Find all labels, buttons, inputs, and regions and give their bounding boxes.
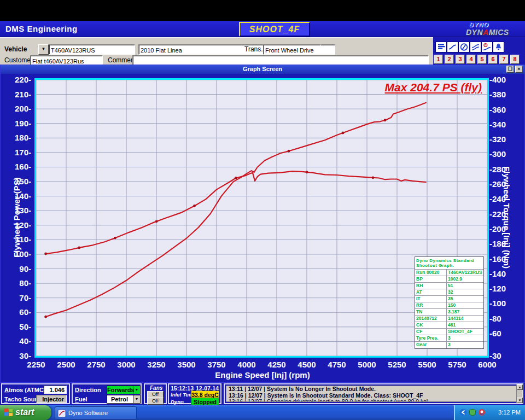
fans-panel: Fans Off Off (144, 383, 167, 404)
run-info-row: Tyre Pres.3 (415, 335, 483, 342)
run-info-value: 150 (447, 302, 483, 308)
run-button-3[interactable]: 3 (456, 55, 465, 64)
run-button-2[interactable]: 2 (445, 55, 454, 64)
x-tick-label: 3250 (140, 360, 173, 369)
scroll-down-icon[interactable]: ▼ (517, 398, 523, 403)
close-window-button[interactable]: × (515, 66, 523, 73)
no-run-icon[interactable] (458, 42, 470, 52)
data-point-marker (288, 150, 290, 153)
timer-curve-icon[interactable] (481, 42, 493, 52)
x-tick-label: 3000 (110, 360, 143, 369)
screen-top-black (0, 0, 525, 21)
series-flywheel-torque (46, 171, 426, 254)
vehicle-reg-input[interactable] (49, 44, 135, 55)
run-button-4[interactable]: 4 (466, 55, 476, 64)
fans-label: Fans (150, 385, 162, 391)
curves-icon[interactable] (470, 42, 481, 52)
data-point-marker (342, 132, 345, 135)
y-left-tick-label: 170- (1, 148, 32, 157)
y-right-tick-label: -80 (489, 314, 521, 323)
run-button-5[interactable]: 5 (477, 55, 487, 64)
atmos-panel: Atmos (ATMC2) 1.046 Tacho Source Injecto… (1, 383, 70, 404)
tacho-source-value: Injector (36, 395, 67, 403)
vehicle-dropdown-button[interactable]: ▼ (38, 44, 49, 55)
run-button-8[interactable]: 8 (510, 55, 520, 64)
clock: 3:12 PM (498, 409, 521, 416)
log-scrollbar[interactable]: ▲ ▼ (516, 384, 522, 403)
app-window: DMS Engineering SHOOT_4F DYNO DYNAMICS V… (0, 0, 525, 420)
run-info-key: 20140712 (415, 316, 447, 322)
data-point-marker (78, 247, 80, 249)
curve-icon[interactable] (447, 42, 458, 52)
x-tick-label: 4250 (260, 360, 293, 369)
fan2-off-button[interactable]: Off (147, 398, 164, 405)
x-tick-label: 2500 (50, 360, 83, 369)
run-info-row: RR150 (415, 302, 483, 309)
x-tick-label: 5750 (441, 360, 474, 369)
y-left-tick-label: 160- (1, 162, 32, 171)
app-title: DMS Engineering (5, 24, 78, 33)
run-info-key: CK (415, 322, 447, 328)
graph-screen-window: Graph Screen ❐ × Max 204.7 PS (fly) Dyno… (0, 65, 525, 383)
y-right-tick-label: -60 (489, 329, 521, 338)
x-tick-label: 4750 (320, 360, 353, 369)
toolbar-panel: 12345678 (433, 37, 525, 65)
run-info-value: 3 (447, 335, 483, 341)
system-message-log: 13:11 | 12/07 | System Is No Longer In S… (226, 386, 521, 402)
vehicle-label: Vehicle (4, 45, 27, 53)
x-tick-label: 4500 (290, 360, 323, 369)
atmos-value: 1.046 (44, 386, 67, 394)
list-icon[interactable] (435, 42, 447, 52)
y-right-tick-label: -100 (489, 299, 521, 308)
restore-window-button[interactable]: ❐ (506, 66, 514, 73)
y-left-tick-label: 50- (1, 322, 32, 331)
data-point-marker (44, 253, 47, 255)
taskbar-item-dyno-software[interactable]: Dyno Software (55, 406, 137, 419)
y-right-tick-label: -260 (489, 179, 521, 189)
x-tick-label: 4000 (230, 360, 263, 369)
data-point-marker (384, 119, 387, 121)
direction-select[interactable]: Forwards▼ (107, 386, 141, 394)
run-info-key: RH (415, 283, 447, 289)
y-right-tick-label: -220 (489, 209, 521, 219)
run-info-value: SHOOT_4F (447, 329, 483, 335)
scroll-up-icon[interactable]: ▲ (517, 384, 523, 390)
y-left-tick-label: 100- (1, 249, 32, 259)
run-info-value: 461 (447, 322, 483, 328)
y-left-tick-label: 120- (1, 220, 32, 230)
fuel-select[interactable]: Petrol▼ (107, 395, 141, 404)
y-left-tick-label: 200- (1, 104, 32, 113)
y-right-tick-label: -340 (489, 120, 521, 129)
y-right-tick-label: -380 (489, 90, 521, 99)
start-button[interactable]: start (0, 405, 51, 420)
back-icon[interactable] (459, 409, 468, 417)
dyno-status-badge: Stopped (191, 398, 219, 405)
run-info-value: T460AV123RUS (447, 270, 483, 276)
y-left-tick-label: 60- (1, 307, 32, 317)
y-right-tick-label: -140 (489, 269, 521, 278)
data-point-marker (155, 220, 158, 223)
x-tick-label: 6000 (471, 360, 504, 369)
chart-plot-area: Max 204.7 PS (fly) Dyno Dynamics Standar… (34, 78, 489, 358)
y-left-tick-label: 180- (1, 133, 32, 142)
y-left-tick-label: 130- (1, 206, 32, 215)
trans-input[interactable] (263, 44, 321, 55)
y-right-tick-label: -30 (489, 351, 521, 360)
y-left-tick-label: 190- (1, 119, 32, 128)
agent-icon[interactable] (478, 409, 486, 417)
run-button-1[interactable]: 1 (434, 55, 443, 64)
x-tick-label: 3500 (170, 360, 203, 369)
y-right-tick-label: -200 (489, 224, 521, 234)
run-button-6[interactable]: 6 (488, 55, 498, 64)
data-point-marker (306, 171, 308, 173)
max-power-annotation: Max 204.7 PS (fly) (385, 81, 482, 94)
run-button-7[interactable]: 7 (499, 55, 509, 64)
run-info-row: CFSHOOT_4F (415, 329, 483, 335)
y-axis-left-title: Flywheel Power (PS) (12, 136, 21, 300)
shootout-mode-tab[interactable]: SHOOT_4F (239, 22, 310, 37)
chevron-down-icon[interactable]: ▼ (133, 395, 140, 403)
shield-icon[interactable] (469, 409, 477, 417)
data-point-marker (372, 176, 375, 179)
alarm-bell-icon[interactable] (493, 42, 504, 52)
run-info-key: Gear (415, 342, 447, 348)
